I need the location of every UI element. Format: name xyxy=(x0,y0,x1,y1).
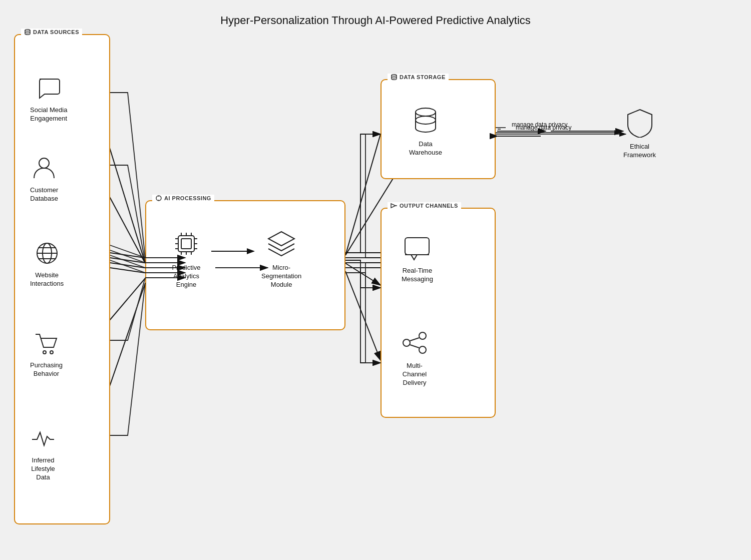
svg-point-66 xyxy=(419,346,426,353)
chat-bubble-icon xyxy=(36,75,62,103)
person-icon xyxy=(31,155,57,183)
svg-line-68 xyxy=(410,345,419,348)
svg-point-60 xyxy=(416,116,436,124)
data-storage-box: DATA STORAGE DataWarehouse xyxy=(381,79,496,179)
manage-data-privacy-text: manage data privacy xyxy=(512,121,567,128)
website-label: WebsiteInteractions xyxy=(30,271,64,288)
svg-point-36 xyxy=(43,351,46,354)
share-icon xyxy=(401,329,429,359)
message-icon xyxy=(403,234,431,264)
svg-line-10 xyxy=(345,263,381,285)
data-storage-label: DATA STORAGE xyxy=(388,74,449,81)
purchasing-behavior-node: PurchasingBehavior xyxy=(30,330,63,378)
multi-channel-label: Multi-ChannelDelivery xyxy=(403,362,427,387)
predictive-engine-node: PredictiveAnalyticsEngine xyxy=(171,229,201,289)
svg-line-9 xyxy=(345,134,381,255)
svg-rect-63 xyxy=(405,238,429,255)
diagram-container: Hyper-Personalization Through AI-Powered… xyxy=(0,0,751,560)
svg-point-29 xyxy=(25,30,30,32)
svg-point-37 xyxy=(50,351,53,354)
layers-icon xyxy=(266,229,296,261)
customer-db-label: CustomerDatabase xyxy=(30,186,58,203)
purchasing-label: PurchasingBehavior xyxy=(30,361,63,378)
data-warehouse-node: DataWarehouse xyxy=(409,105,442,157)
cart-icon xyxy=(34,330,60,358)
micro-seg-node: Micro-SegmentationModule xyxy=(261,229,301,289)
output-channels-label: OUTPUT CHANNELS xyxy=(388,202,461,209)
output-channels-box: OUTPUT CHANNELS Real-TimeMessaging xyxy=(381,208,496,418)
social-media-label: Social MediaEngagement xyxy=(30,106,67,123)
svg-marker-55 xyxy=(268,232,294,246)
svg-point-64 xyxy=(419,332,426,339)
svg-point-58 xyxy=(392,75,397,77)
data-sources-label: DATA SOURCES xyxy=(21,29,82,36)
multi-channel-node: Multi-ChannelDelivery xyxy=(401,329,429,387)
svg-point-30 xyxy=(39,158,49,168)
micro-seg-label: Micro-SegmentationModule xyxy=(261,264,301,289)
pae-to-micro-arrow xyxy=(211,244,261,259)
svg-rect-41 xyxy=(178,236,194,252)
svg-point-65 xyxy=(403,339,410,346)
main-svg-arrows xyxy=(0,0,751,560)
svg-line-11 xyxy=(345,271,381,360)
customer-db-node: CustomerDatabase xyxy=(30,155,58,203)
heartbeat-icon xyxy=(30,425,56,453)
ai-processing-label: AI PROCESSING xyxy=(152,195,214,202)
globe-icon xyxy=(34,240,60,268)
lifestyle-data-node: InferredLifestyleData xyxy=(30,425,56,482)
shield-icon xyxy=(625,108,655,140)
svg-marker-61 xyxy=(391,204,396,208)
data-warehouse-label: DataWarehouse xyxy=(409,140,442,157)
predictive-engine-label: PredictiveAnalyticsEngine xyxy=(172,264,200,289)
data-sources-box: DATA SOURCES Social MediaEngagement Cust… xyxy=(14,34,110,524)
lifestyle-label: InferredLifestyleData xyxy=(31,456,55,482)
svg-rect-42 xyxy=(181,239,191,249)
ethical-framework-node: EthicalFramework xyxy=(623,108,656,160)
real-time-messaging-node: Real-TimeMessaging xyxy=(402,234,433,284)
page-title: Hyper-Personalization Through AI-Powered… xyxy=(0,14,751,27)
database-icon xyxy=(411,105,441,137)
svg-line-67 xyxy=(410,338,419,341)
ethical-framework-label: EthicalFramework xyxy=(623,143,656,160)
real-time-label: Real-TimeMessaging xyxy=(402,267,433,284)
website-interactions-node: WebsiteInteractions xyxy=(30,240,64,288)
social-media-node: Social MediaEngagement xyxy=(30,75,67,123)
processor-icon xyxy=(171,229,201,261)
svg-arrows xyxy=(0,0,751,560)
ai-processing-box: AI PROCESSING PredictiveAnalyticsEngine xyxy=(145,200,345,330)
svg-point-59 xyxy=(416,108,436,116)
